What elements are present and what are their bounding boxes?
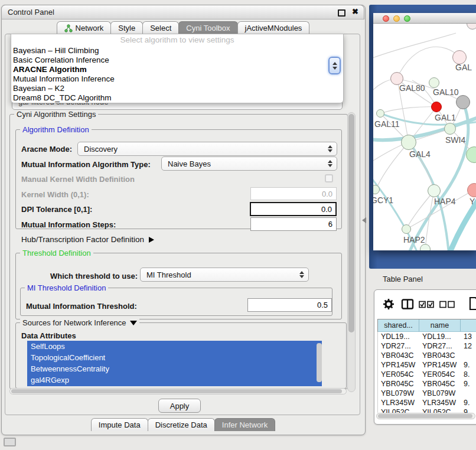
split-columns-icon[interactable] bbox=[401, 298, 414, 310]
network-node-hap4[interactable] bbox=[428, 184, 441, 197]
bottom-tab-discretize-data[interactable]: Discretize Data bbox=[148, 418, 215, 431]
table-row[interactable]: YBR043CYBR043C bbox=[378, 351, 476, 360]
network-canvas[interactable]: GALGAL80GAL10GAL1GAL11SWI4GAL4GCY1HAP4YH… bbox=[373, 24, 476, 250]
table-row[interactable]: YBL079WYBL079W bbox=[378, 389, 476, 398]
table-cell: 9. bbox=[461, 398, 476, 407]
mi-threshold-value: 0.5 bbox=[317, 301, 328, 309]
kernel-width-label: Kernel Width (0,1): bbox=[21, 190, 89, 199]
tab-jactivemnodules[interactable]: jActiveMNodules bbox=[237, 21, 310, 34]
control-panel-title: Control Panel bbox=[8, 8, 54, 17]
node-label-gal10: GAL10 bbox=[433, 87, 459, 97]
table-row[interactable]: YLR345WYLR345W9. bbox=[378, 398, 476, 407]
network-node-swi4[interactable] bbox=[444, 123, 456, 135]
column-header-a[interactable]: A bbox=[461, 319, 476, 332]
algorithm-option-bayesian-k2[interactable]: Bayesian – K2 bbox=[11, 84, 343, 93]
table-cell: YPR145W bbox=[378, 360, 419, 370]
table-cell: YDL19... bbox=[419, 332, 461, 341]
network-node-gal10[interactable] bbox=[429, 77, 439, 88]
minimize-traffic-light[interactable] bbox=[393, 15, 400, 22]
node-label-gal: GAL bbox=[455, 63, 472, 72]
stepper-up-icon bbox=[332, 62, 337, 65]
dpi-tolerance-field[interactable]: 0.0 bbox=[250, 202, 337, 216]
mi-threshold-field[interactable]: 0.5 bbox=[247, 298, 332, 312]
node-label-gcy1: GCY1 bbox=[373, 195, 393, 205]
network-node[interactable] bbox=[467, 24, 476, 30]
which-threshold-combo[interactable]: MI Threshold bbox=[140, 268, 309, 282]
data-attributes-list: SelfLoopsTopologicalCoefficientBetweenne… bbox=[27, 341, 322, 386]
cyni-settings-title: Cyni Algorithm Settings bbox=[14, 110, 98, 119]
table-row[interactable]: YBR045CYBR045C9. bbox=[378, 379, 476, 389]
network-node-gal1[interactable] bbox=[431, 102, 442, 112]
algorithm-dropdown-prompt: Select algorithm to view settings bbox=[11, 34, 343, 46]
sources-group-title[interactable]: Sources for Network Inference bbox=[20, 318, 139, 327]
network-node[interactable] bbox=[420, 244, 431, 250]
document-icon[interactable] bbox=[469, 296, 476, 311]
attribute-item-selfloops[interactable]: SelfLoops bbox=[27, 341, 322, 352]
table-row[interactable]: YDR27...YDR27...12 bbox=[378, 341, 476, 351]
close-traffic-light[interactable] bbox=[383, 15, 389, 22]
node-label-gal80: GAL80 bbox=[399, 83, 425, 93]
table-row[interactable]: YDL19...YDL19...13 bbox=[378, 332, 476, 341]
mi-type-combo[interactable]: Naive Bayes bbox=[161, 156, 337, 171]
checked-boxes-icon[interactable] bbox=[419, 301, 434, 308]
gear-icon[interactable] bbox=[383, 298, 395, 310]
network-node-hap2[interactable] bbox=[402, 224, 411, 234]
table-hscrollbar[interactable] bbox=[376, 413, 475, 419]
table-row[interactable]: YPR145WYPR145W9. bbox=[378, 360, 476, 370]
table-cell: YDR27... bbox=[419, 341, 461, 351]
network-node[interactable] bbox=[466, 146, 476, 163]
table-row[interactable]: YER054CYER054C8. bbox=[378, 370, 476, 379]
manual-kernel-checkbox[interactable] bbox=[325, 174, 333, 182]
mi-steps-field[interactable]: 6 bbox=[250, 217, 337, 231]
tab-network[interactable]: Network bbox=[57, 21, 112, 34]
table-panel-title: Table Panel bbox=[383, 275, 423, 283]
network-node-gal11[interactable] bbox=[376, 109, 384, 118]
attribute-item-betweennesscentrality[interactable]: BetweennessCentrality bbox=[27, 363, 322, 374]
bottom-tab-infer-network[interactable]: Infer Network bbox=[214, 418, 275, 431]
tab-style[interactable]: Style bbox=[110, 21, 143, 34]
kernel-width-field[interactable]: 0.0 bbox=[250, 187, 337, 200]
algorithm-option-dream8-dc-tdc-algorithm[interactable]: Dream8 DC_TDC Algorithm bbox=[11, 93, 343, 103]
mi-steps-value: 6 bbox=[328, 220, 332, 229]
tab-cyni-toolbox[interactable]: Cyni Toolbox bbox=[178, 21, 237, 34]
network-node-gcy1[interactable] bbox=[373, 185, 380, 194]
algorithm-option-bayesian-hill-climbing[interactable]: Bayesian – Hill Climbing bbox=[11, 46, 343, 56]
close-icon[interactable]: ✖ bbox=[352, 7, 358, 16]
algorithm-option-mutual-information-inference[interactable]: Mutual Information Inference bbox=[11, 74, 343, 84]
node-label-gal1: GAL1 bbox=[435, 113, 456, 122]
tab-select[interactable]: Select bbox=[142, 21, 179, 34]
control-panel-titlebar: Control Panel ✖ bbox=[1, 5, 364, 19]
table-header-row: shared...nameA bbox=[377, 319, 476, 332]
network-node[interactable] bbox=[456, 95, 470, 109]
tab-label: Cyni Toolbox bbox=[186, 24, 230, 32]
apply-button[interactable]: Apply bbox=[158, 399, 201, 413]
column-header-shared-[interactable]: shared... bbox=[378, 319, 419, 332]
table-hscrollbar-thumb[interactable] bbox=[378, 414, 472, 418]
panel-divider-grip[interactable] bbox=[362, 217, 366, 223]
unchecked-boxes-icon[interactable] bbox=[439, 301, 455, 308]
settings-scrollbar[interactable] bbox=[347, 112, 356, 392]
aracne-mode-combo[interactable]: Discovery bbox=[77, 142, 337, 156]
settings-hscrollbar-thumb[interactable] bbox=[11, 389, 342, 393]
table-cell: 8. bbox=[461, 370, 476, 379]
focused-combo-stepper[interactable] bbox=[328, 57, 341, 74]
network-node-gal4[interactable] bbox=[401, 135, 416, 150]
float-window-icon[interactable] bbox=[338, 9, 345, 17]
settings-hscrollbar[interactable] bbox=[9, 388, 347, 394]
column-header-name[interactable]: name bbox=[419, 319, 461, 332]
network-icon bbox=[64, 24, 73, 32]
collapsed-panel-icon[interactable] bbox=[4, 438, 16, 446]
node-label-swi4: SWI4 bbox=[445, 135, 465, 145]
bottom-tab-impute-data[interactable]: Impute Data bbox=[91, 418, 148, 431]
network-node-y[interactable] bbox=[467, 183, 476, 197]
zoom-traffic-light[interactable] bbox=[404, 15, 410, 22]
hub-definition-toggle[interactable]: Hub/Transcription Factor Definition bbox=[21, 235, 154, 244]
attribute-item-topologicalcoefficient[interactable]: TopologicalCoefficient bbox=[27, 352, 322, 363]
settings-scrollbar-thumb[interactable] bbox=[348, 114, 354, 332]
algorithm-option-basic-correlation-inference[interactable]: Basic Correlation Inference bbox=[11, 56, 343, 65]
table-cell: YDL19... bbox=[378, 332, 419, 341]
attributes-scrollbar-thumb[interactable] bbox=[317, 343, 322, 382]
table-row[interactable]: YIL052CYIL052C9. bbox=[378, 407, 476, 413]
algorithm-option-aracne-algorithm[interactable]: ARACNE Algorithm bbox=[11, 65, 343, 74]
attribute-item-gal4rgexp[interactable]: gal4RGexp bbox=[27, 374, 322, 386]
